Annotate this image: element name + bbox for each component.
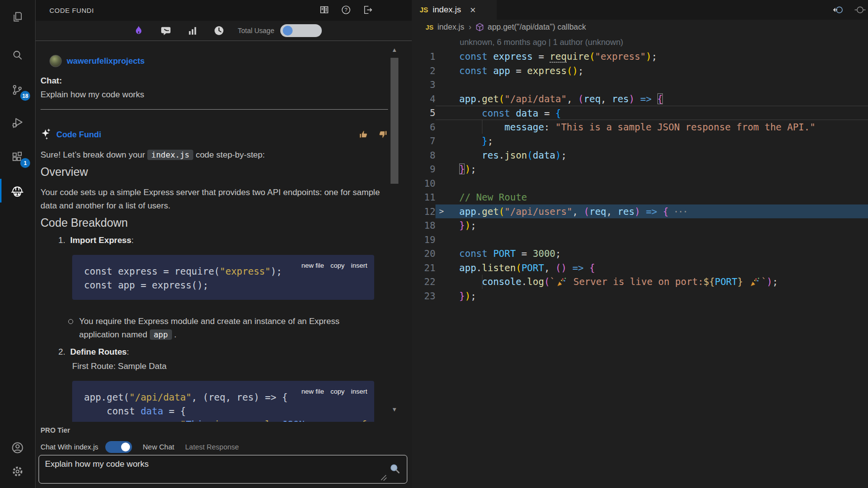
code-text[interactable]: app.listen(PORT, () => { (447, 261, 868, 275)
code-area[interactable]: 1const express = require("express");2con… (412, 49, 868, 303)
code-action-insert[interactable]: insert (351, 259, 367, 272)
code-text[interactable] (447, 176, 868, 191)
sign-out-icon[interactable] (362, 4, 373, 15)
streak-flame-icon[interactable] (132, 25, 145, 37)
breadcrumb-symbol[interactable]: app.get("/api/data") callback (487, 23, 586, 32)
code-text[interactable] (447, 78, 868, 92)
code-text[interactable]: app.get("/api/data", (req, res) => { (447, 92, 868, 106)
line-number[interactable]: 19 (412, 233, 435, 247)
explorer-icon[interactable] (0, 4, 35, 30)
source-control-icon[interactable]: 18 (0, 77, 35, 103)
line-number[interactable]: 3 (412, 78, 435, 92)
editor-line[interactable]: 20const PORT = 3000; (412, 246, 868, 261)
editor-line[interactable]: 1const express = require("express"); (412, 49, 868, 64)
editor-line[interactable]: 12>app.get("/api/users", (req, res) => {… (412, 204, 868, 219)
editor-line[interactable]: 18}); (412, 218, 868, 233)
editor-line[interactable]: 7 }; (412, 134, 868, 148)
code-text[interactable]: const express = require("express"); (447, 49, 868, 64)
line-number[interactable]: 11 (412, 190, 435, 204)
usage-bars-icon[interactable] (187, 25, 198, 37)
code-text[interactable]: console.log(` Server is live on port:${P… (447, 275, 868, 289)
breadcrumb-file[interactable]: index.js (437, 23, 464, 32)
editor-line[interactable]: 6 message: "This is a sample JSON respon… (412, 120, 868, 134)
code-text[interactable]: }; (447, 134, 868, 148)
editor-line[interactable]: 21app.listen(PORT, () => { (412, 261, 868, 275)
line-number[interactable]: 20 (412, 246, 435, 261)
line-number[interactable]: 21 (412, 261, 435, 275)
code-text[interactable]: }); (447, 162, 868, 176)
send-magnifier-icon[interactable] (389, 463, 401, 475)
help-icon[interactable]: ? (341, 4, 351, 15)
editor-line[interactable]: 11// New Route (412, 190, 868, 204)
extensions-icon[interactable]: 1 (0, 144, 35, 170)
thumbs-up-icon[interactable] (358, 129, 369, 140)
code-fundi-hardhat-icon[interactable] (0, 178, 35, 203)
fold-chevron-icon[interactable]: > (435, 204, 447, 219)
chat-bubble-icon[interactable] (160, 25, 172, 37)
chat-scroll-area[interactable]: wawerufelixprojects Chat: Explain how my… (36, 43, 412, 422)
scroll-up-arrow[interactable]: ▲ (390, 46, 399, 53)
open-changes-icon[interactable] (832, 4, 844, 15)
docs-book-icon[interactable] (319, 4, 330, 15)
line-number[interactable]: 23 (412, 289, 435, 303)
line-number[interactable]: 5 (412, 106, 435, 120)
thumbs-down-icon[interactable] (377, 129, 388, 140)
tab-close-icon[interactable]: × (470, 4, 476, 16)
line-number[interactable]: 10 (412, 176, 435, 191)
code-text[interactable]: }); (447, 289, 868, 303)
search-icon[interactable] (0, 42, 35, 68)
code-action-copy[interactable]: copy (330, 259, 345, 272)
line-number[interactable]: 12 (412, 204, 435, 219)
editor-line[interactable]: 22 console.log(` Server is live on port:… (412, 275, 868, 289)
line-number[interactable]: 18 (412, 218, 435, 233)
scroll-down-arrow[interactable]: ▼ (390, 406, 399, 413)
editor-line[interactable]: 10 (412, 176, 868, 191)
tab-indexjs[interactable]: JS index.js × (412, 0, 497, 20)
editor-line[interactable]: 23}); (412, 289, 868, 303)
line-number[interactable]: 8 (412, 148, 435, 163)
editor-line[interactable]: 19 (412, 233, 868, 247)
run-debug-icon[interactable] (0, 110, 35, 135)
total-usage-toggle[interactable] (280, 24, 322, 37)
chat-scrollbar-thumb[interactable] (391, 58, 398, 184)
breadcrumb: JS index.js › app.get("/api/data") callb… (412, 20, 868, 35)
line-number[interactable]: 9 (412, 162, 435, 176)
code-text[interactable]: // New Route (447, 190, 868, 204)
resize-handle[interactable] (380, 474, 387, 481)
code-text[interactable] (447, 233, 868, 247)
history-clock-icon[interactable] (213, 25, 225, 37)
code-action-copy[interactable]: copy (330, 385, 345, 398)
line-number[interactable]: 1 (412, 49, 435, 64)
code-text[interactable]: const data = { (447, 106, 868, 120)
code-text[interactable]: }); (447, 218, 868, 233)
editor-line[interactable]: 5 const data = { (412, 106, 868, 120)
code-text[interactable]: res.json(data); (447, 148, 868, 163)
code-action-new-file[interactable]: new file (302, 259, 324, 272)
code-text[interactable]: const app = express(); (447, 64, 868, 78)
code-text[interactable]: app.get("/api/users", (req, res) => { ··… (447, 204, 868, 219)
latest-response-button[interactable]: Latest Response (185, 443, 239, 451)
toggle-annotations-icon[interactable] (854, 4, 866, 15)
line-number[interactable]: 22 (412, 275, 435, 289)
chat-input-container: Explain how my code works (39, 455, 407, 484)
editor-line[interactable]: 4app.get("/api/data", (req, res) => { (412, 92, 868, 106)
code-action-insert[interactable]: insert (351, 385, 367, 398)
editor-line[interactable]: 8 res.json(data); (412, 148, 868, 163)
code-text[interactable]: const PORT = 3000; (447, 246, 868, 261)
chat-with-file-toggle[interactable] (105, 441, 132, 453)
code-action-new-file[interactable]: new file (302, 385, 324, 398)
editor-line[interactable]: 2const app = express(); (412, 64, 868, 78)
editor-line[interactable]: 3 (412, 78, 868, 92)
line-number[interactable]: 6 (412, 120, 435, 134)
account-icon[interactable] (0, 435, 35, 460)
settings-gear-icon[interactable] (0, 458, 35, 484)
editor-line[interactable]: 9}); (412, 162, 868, 176)
chat-heading: Code Breakdown (41, 216, 388, 230)
total-usage-label: Total Usage (238, 27, 274, 35)
line-number[interactable]: 2 (412, 64, 435, 78)
new-chat-button[interactable]: New Chat (143, 443, 174, 451)
code-text[interactable]: message: "This is a sample JSON response… (447, 120, 868, 134)
chat-input[interactable]: Explain how my code works (44, 458, 387, 481)
line-number[interactable]: 4 (412, 92, 435, 106)
line-number[interactable]: 7 (412, 134, 435, 148)
